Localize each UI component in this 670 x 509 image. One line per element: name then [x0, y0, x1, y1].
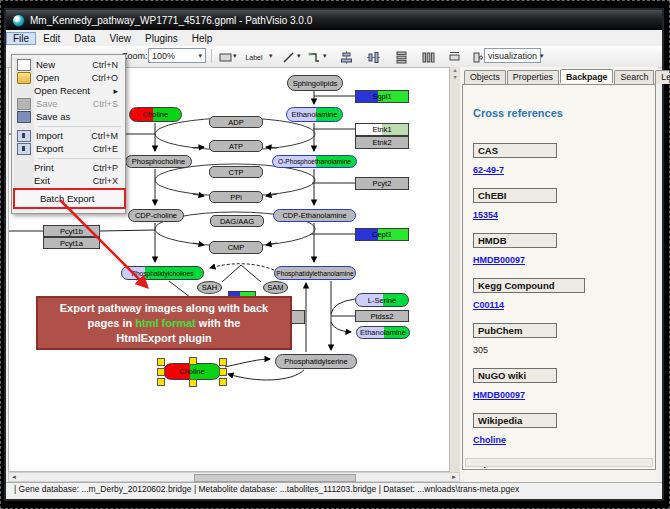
node-phosphatidylserine[interactable]: Phosphatidylserine: [275, 354, 357, 369]
node-ethanolamine[interactable]: Ethanolamine: [286, 107, 343, 122]
node-cmp[interactable]: CMP: [209, 241, 263, 254]
menu-item-new[interactable]: NewCtrl+N: [14, 58, 123, 71]
scroll-right-icon[interactable]: ►: [449, 473, 459, 481]
node-choline-selected[interactable]: Choline: [163, 363, 221, 380]
chebi-link[interactable]: 15354: [473, 210, 557, 220]
node-cdp-ethanolamine[interactable]: CDP-Ethanolamine: [273, 209, 356, 222]
selection-handle[interactable]: [157, 368, 165, 376]
tab-search[interactable]: Search: [614, 70, 654, 84]
node-ethanolamine-bottom[interactable]: Ethanolamine: [356, 326, 410, 339]
node-sphingolipids[interactable]: Sphingolipids: [287, 75, 343, 91]
save-disk-icon: [17, 98, 31, 110]
node-dag-aag[interactable]: DAG/AAG: [210, 215, 264, 227]
common-width-button[interactable]: [444, 48, 464, 66]
visualization-value: visualization: [488, 51, 537, 61]
menu-help[interactable]: Help: [185, 32, 220, 45]
align-center-icon: [340, 51, 353, 64]
cas-link[interactable]: 62-49-7: [473, 165, 557, 175]
menu-item-open-recent[interactable]: Open Recent▸: [14, 84, 123, 97]
node-phosphatidylethanolamine[interactable]: Phosphatidylethanolamine: [274, 266, 356, 280]
node-phosphatidylcholines[interactable]: Phosphatidylcholines: [121, 266, 204, 280]
backpage-section-nugo: NuGO wiki HMDB00097: [473, 368, 557, 400]
scrollbar-thumb[interactable]: [194, 474, 356, 482]
align-center-button[interactable]: [336, 48, 356, 66]
tab-objects[interactable]: Objects: [464, 70, 506, 84]
title-bar[interactable]: Mm_Kennedy_pathway_WP1771_45176.gpml - P…: [6, 10, 662, 30]
backpage-section-hmdb: HMDB HMDB00097: [473, 233, 557, 265]
zoom-combobox[interactable]: 100% ▾: [148, 48, 206, 63]
menu-item-export[interactable]: ExportCtrl+E: [14, 142, 123, 155]
panel-splitter[interactable]: ▴▾: [450, 67, 460, 472]
side-panel-tabs: Objects Properties Backpage Search Legen…: [464, 70, 670, 84]
gene-node-sgpl1[interactable]: Sgpl1: [355, 90, 409, 103]
line-dropdown[interactable]: ▾: [294, 48, 301, 64]
menu-item-save-as[interactable]: Save as: [14, 110, 123, 123]
visualization-combobox[interactable]: visualization ▾: [484, 48, 541, 63]
stack-horizontal-icon: [422, 51, 435, 64]
node-adp[interactable]: ADP: [209, 116, 263, 128]
panel-scrollbar[interactable]: [465, 458, 653, 467]
gene-node-ptdss2[interactable]: Ptdss2: [355, 310, 409, 322]
datanode-dropdown[interactable]: ▾: [230, 48, 237, 64]
node-atp[interactable]: ATP: [209, 140, 263, 152]
node-sah[interactable]: SAH: [197, 281, 222, 294]
selection-handle[interactable]: [219, 358, 227, 366]
tab-backpage[interactable]: Backpage: [560, 69, 614, 83]
menu-bar: File Edit Data View Plugins Help: [6, 30, 662, 47]
chevron-down-icon: ▾: [198, 52, 202, 60]
node-o-phosphoethanolamine[interactable]: O-Phosphoethanolamine: [272, 155, 357, 168]
wikipedia-link[interactable]: Choline: [473, 435, 557, 445]
node-ctp[interactable]: CTP: [209, 166, 263, 178]
menu-view[interactable]: View: [102, 32, 138, 45]
canvas-horizontal-scrollbar[interactable]: ◄ ►: [8, 472, 460, 482]
gene-node-pcyt2[interactable]: Pcyt2: [355, 177, 409, 190]
selection-handle[interactable]: [219, 368, 227, 376]
backpage-section-wikipedia: Wikipedia Choline: [473, 413, 557, 445]
kegg-link[interactable]: C00114: [473, 300, 585, 310]
menu-edit[interactable]: Edit: [36, 32, 67, 45]
selection-handle[interactable]: [157, 358, 165, 366]
node-l-serine[interactable]: L-Serine: [355, 293, 409, 307]
gene-node-cept1[interactable]: Cept1: [355, 228, 409, 241]
selection-handle[interactable]: [189, 357, 197, 365]
tab-legend[interactable]: Legend: [655, 70, 670, 84]
selection-handle[interactable]: [219, 378, 227, 386]
node-phosphocholine[interactable]: Phosphocholine: [125, 155, 192, 168]
stack-horizontal-button[interactable]: [418, 48, 438, 66]
menu-data[interactable]: Data: [67, 32, 102, 45]
node-cdp-choline[interactable]: CDP-choline: [128, 209, 184, 222]
tab-properties[interactable]: Properties: [507, 70, 559, 84]
stack-vertical-button[interactable]: [391, 48, 411, 66]
node-choline[interactable]: Choline: [129, 107, 182, 122]
menu-item-batch-export[interactable]: Batch Export: [13, 188, 126, 209]
app-window: Mm_Kennedy_pathway_WP1771_45176.gpml - P…: [4, 8, 664, 501]
common-height-button[interactable]: [466, 48, 486, 66]
gene-node-etnk2[interactable]: Etnk2: [355, 136, 409, 149]
backpage-section-cas: CAS 62-49-7: [473, 143, 557, 175]
selection-handle[interactable]: [157, 378, 165, 386]
gene-node-pcyt1b[interactable]: Pcyt1b: [43, 225, 100, 237]
label-dropdown[interactable]: ▾: [266, 48, 273, 64]
selection-handle[interactable]: [189, 379, 197, 387]
menu-item-exit[interactable]: ExitCtrl+X: [14, 174, 123, 187]
menu-plugins[interactable]: Plugins: [138, 32, 185, 45]
node-sam[interactable]: SAM: [263, 281, 288, 294]
menu-item-print[interactable]: PrintCtrl+P: [14, 161, 123, 174]
chevron-down-icon: ▾: [540, 52, 544, 60]
gene-node-etnk1[interactable]: Etnk1: [355, 123, 409, 136]
node-ppi[interactable]: PPi: [209, 191, 263, 203]
backpage-section-pubchem: PubChem 305: [473, 323, 557, 355]
gene-node-pcyt1a[interactable]: Pcyt1a: [43, 237, 100, 249]
annotation-callout: Export pathway images along with back pa…: [36, 296, 292, 350]
menu-item-open[interactable]: OpenCtrl+O: [14, 71, 123, 84]
menu-item-import[interactable]: ImportCtrl+M: [14, 129, 123, 142]
blank-icon: [17, 163, 29, 173]
hmdb-link[interactable]: HMDB00097: [473, 255, 557, 265]
blank-icon: [17, 86, 29, 96]
connector-dropdown[interactable]: ▾: [320, 48, 327, 64]
nugo-link[interactable]: HMDB00097: [473, 390, 557, 400]
align-middle-button[interactable]: [363, 48, 383, 66]
menu-file[interactable]: File: [6, 32, 36, 45]
label-tool-button[interactable]: Label: [240, 48, 268, 66]
scroll-left-icon[interactable]: ◄: [9, 473, 19, 481]
